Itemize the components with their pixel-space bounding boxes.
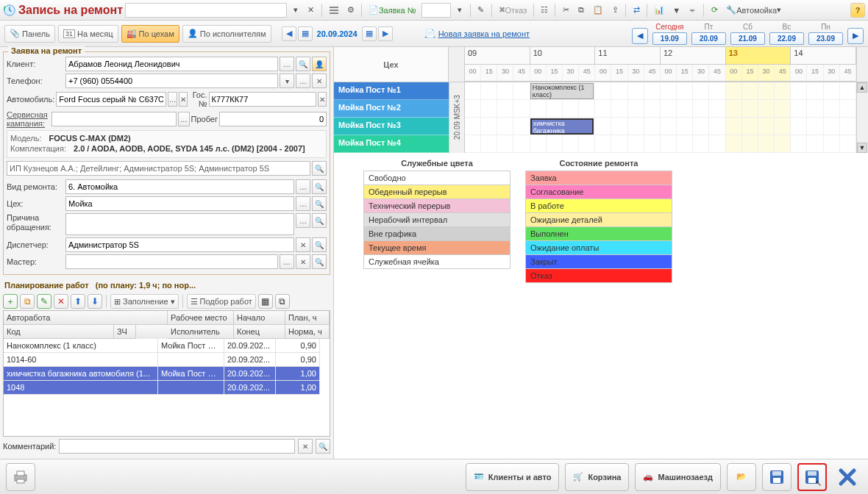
table-row[interactable]: 1014-6020.09.202...0,90: [4, 353, 330, 367]
grid-cell[interactable]: [775, 82, 791, 99]
grid-cell[interactable]: [677, 118, 693, 135]
chart-icon[interactable]: 📊: [651, 3, 667, 18]
search-input[interactable]: [125, 3, 287, 18]
grid-cell[interactable]: [807, 100, 823, 117]
dispatcher-clear[interactable]: ✕: [296, 237, 310, 252]
grid-cell[interactable]: [497, 135, 513, 152]
phone-lookup[interactable]: …: [296, 74, 310, 88]
grid-cell[interactable]: [693, 118, 709, 135]
day-box[interactable]: 21.09: [730, 32, 765, 45]
workshop-search[interactable]: 🔍: [312, 196, 327, 211]
master-lookup[interactable]: …: [280, 254, 294, 269]
grid-cell[interactable]: [661, 100, 677, 117]
col-plan[interactable]: План, ч: [285, 311, 330, 325]
col-end[interactable]: Конец: [234, 325, 285, 339]
grid-cell[interactable]: [497, 82, 513, 99]
grid-cell[interactable]: [628, 118, 644, 135]
col-norm[interactable]: Норма, ч: [285, 325, 330, 339]
client-input[interactable]: [65, 57, 278, 71]
search-dropdown[interactable]: ▾: [289, 3, 302, 18]
appointment[interactable]: Нанокомплекс (1 класс): [530, 83, 594, 99]
master-search[interactable]: 🔍: [312, 254, 327, 269]
add-icon[interactable]: ＋: [3, 294, 18, 309]
col-eh[interactable]: ЗЧ: [114, 325, 136, 339]
grid-cell[interactable]: [840, 82, 856, 99]
workshops-toggle[interactable]: 🏭 По цехам: [121, 25, 179, 43]
assignees-search[interactable]: 🔍: [312, 161, 327, 176]
vscroll-down[interactable]: ▼: [857, 143, 867, 153]
grid-cell[interactable]: [611, 135, 627, 152]
swap-icon[interactable]: ⇄: [630, 3, 643, 18]
reason-input[interactable]: [65, 213, 294, 235]
post-row[interactable]: Мойка Пост №4: [334, 135, 449, 153]
refresh-icon[interactable]: ⟳: [708, 3, 721, 18]
grid-cell[interactable]: [824, 135, 840, 152]
grid-cell[interactable]: [791, 100, 807, 117]
grid-cell[interactable]: [513, 82, 530, 99]
grid-cell[interactable]: [497, 118, 513, 135]
grid-cell[interactable]: [465, 135, 481, 152]
copy-icon[interactable]: ⧉: [574, 3, 588, 18]
search-clear[interactable]: ✕: [305, 3, 318, 18]
help-icon[interactable]: ?: [850, 3, 865, 18]
save-button[interactable]: [762, 463, 791, 491]
phone-input[interactable]: [65, 74, 278, 88]
comment-input[interactable]: [59, 439, 295, 454]
appointment[interactable]: химчистка багажника: [530, 118, 594, 135]
grid-cell[interactable]: [677, 100, 693, 117]
gear-icon[interactable]: ⚙: [344, 3, 357, 18]
grid-cell[interactable]: [644, 82, 661, 99]
tree-icon[interactable]: ☷: [538, 3, 551, 18]
grid-cell[interactable]: [775, 100, 791, 117]
grid-cell[interactable]: [595, 100, 611, 117]
grid-cell[interactable]: [595, 135, 611, 152]
date-prev[interactable]: ◀: [282, 26, 296, 41]
gos-clear[interactable]: ✕: [318, 92, 327, 107]
grid-cell[interactable]: [644, 135, 661, 152]
down-icon[interactable]: ⬇: [88, 294, 102, 309]
client-search-icon[interactable]: 🔍: [296, 57, 310, 71]
basket-button[interactable]: 🛒 Корзина: [565, 463, 629, 491]
day-box[interactable]: 23.09: [808, 32, 843, 45]
vscroll-up[interactable]: ▲: [857, 82, 867, 93]
request-dropdown[interactable]: ▾: [453, 3, 466, 18]
post-row[interactable]: Мойка Пост №3: [334, 118, 449, 135]
filter-icon[interactable]: ▼: [669, 3, 683, 18]
date-cal-icon2[interactable]: ▦: [362, 26, 377, 41]
grid-cell[interactable]: [628, 100, 644, 117]
col-place[interactable]: Рабочее место: [168, 311, 234, 325]
grid-cell[interactable]: [693, 135, 709, 152]
incoming-button[interactable]: 🚗 Машинозаезд: [635, 463, 721, 491]
grid-cell[interactable]: [595, 118, 611, 135]
day-box[interactable]: 22.09: [769, 32, 804, 45]
grid-cell[interactable]: [824, 118, 840, 135]
grid-cell[interactable]: [693, 82, 709, 99]
grid-cell[interactable]: [709, 135, 725, 152]
request-number-button[interactable]: 📄 Заявка №: [366, 3, 419, 18]
list-icon[interactable]: [326, 3, 342, 18]
dispatcher-search[interactable]: 🔍: [312, 237, 327, 252]
grid-cell[interactable]: [726, 82, 742, 99]
edit-icon[interactable]: ✎: [37, 294, 51, 309]
workshop-input[interactable]: [65, 196, 294, 211]
print-button[interactable]: [6, 463, 35, 491]
grid-cell[interactable]: [611, 118, 627, 135]
days-prev[interactable]: ◀: [632, 28, 648, 44]
grid-cell[interactable]: [579, 135, 595, 152]
new-request-link[interactable]: 📄 Новая заявка на ремонт: [425, 29, 530, 38]
grid-cell[interactable]: [791, 82, 807, 99]
repair-type-input[interactable]: [65, 179, 294, 194]
grid-cell[interactable]: [709, 100, 725, 117]
funnel-icon[interactable]: ⫧: [686, 3, 700, 18]
grid-cell[interactable]: [693, 100, 709, 117]
grid-cell[interactable]: [840, 118, 856, 135]
campaign-lookup[interactable]: …: [178, 112, 190, 126]
workshop-lookup[interactable]: …: [296, 196, 310, 211]
grid-cell[interactable]: [726, 100, 742, 117]
grid-cell[interactable]: [709, 118, 725, 135]
performers-toggle[interactable]: 👤 По исполнителям: [182, 25, 271, 43]
grid-cell[interactable]: [611, 100, 627, 117]
grid-cell[interactable]: [628, 82, 644, 99]
grid-cell[interactable]: [742, 118, 758, 135]
grid-cell[interactable]: [579, 100, 595, 117]
